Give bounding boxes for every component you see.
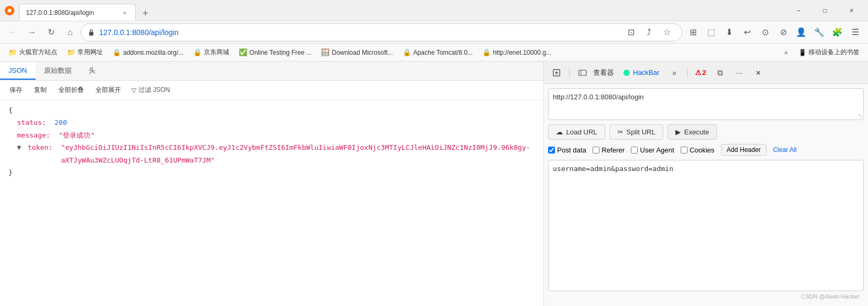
separator <box>569 67 570 78</box>
folder-icon: 📁 <box>67 48 75 56</box>
bookmark-label: Online Testing Free ... <box>249 49 311 56</box>
user-agent-checkbox[interactable] <box>631 147 638 154</box>
back-button[interactable]: ← <box>4 24 21 41</box>
load-url-button[interactable]: ☁ Load URL <box>548 124 605 140</box>
octo-icon[interactable]: ⊙ <box>757 24 774 41</box>
close-devtools-button[interactable]: × <box>750 64 767 81</box>
title-bar: 127.0.0.1:8080/api/login × + − □ × <box>0 0 868 21</box>
globe-icon: 🔒 <box>193 48 202 56</box>
reader-view-icon[interactable]: ⊡ <box>622 24 639 41</box>
json-message-row: message: "登录成功" <box>8 129 535 141</box>
bookmark-enet[interactable]: 🔒 http://enet.10000.g... <box>478 46 555 58</box>
resize-handle[interactable]: ⤡ <box>858 113 862 118</box>
minimize-button[interactable]: − <box>786 2 811 19</box>
bookmark-microsoft[interactable]: 🪟 Download Microsoft... <box>317 46 397 58</box>
error-badge[interactable]: ⚠ 2 <box>692 67 709 78</box>
collapse-all-button[interactable]: 全部折叠 <box>53 83 89 97</box>
bookmark-jd[interactable]: 🔒 京东商城 <box>189 46 233 59</box>
bookmarks-more-button[interactable]: » <box>781 47 791 58</box>
filter-label: 过滤 JSON <box>138 86 170 95</box>
bookmark-label: 常用网址 <box>77 48 103 57</box>
bookmark-addons[interactable]: 🔒 addons.mozilla.org/... <box>108 46 188 58</box>
address-input[interactable] <box>99 28 618 37</box>
windows-icon: 🪟 <box>321 48 329 56</box>
post-data-textarea[interactable]: username=admin&password=admin <box>548 160 864 291</box>
cookies-checkbox[interactable] <box>681 147 688 154</box>
more-options-button[interactable]: ··· <box>731 64 748 81</box>
address-bar-icons: ⊡ ⤴ ☆ <box>622 24 675 41</box>
home-button[interactable]: ⌂ <box>62 24 79 41</box>
extensions-icon[interactable]: ⬇ <box>721 24 737 41</box>
error-count: 2 <box>702 69 706 76</box>
bookmark-common[interactable]: 📁 常用网址 <box>63 46 107 59</box>
cookies-label: Cookies <box>690 146 715 154</box>
tab-json[interactable]: JSON <box>0 62 36 80</box>
bookmark-label: http://enet.10000.g... <box>493 49 551 56</box>
json-brace-open: { <box>8 104 535 116</box>
filter-area[interactable]: ▽ 过滤 JSON <box>127 84 174 96</box>
tab-headers[interactable]: 头 <box>80 62 104 81</box>
globe-icon: 🔒 <box>403 48 411 56</box>
address-bar[interactable]: ⊡ ⤴ ☆ <box>81 23 682 41</box>
screenshot-icon[interactable]: ⬚ <box>702 24 719 41</box>
undo-icon[interactable]: ↩ <box>739 24 756 41</box>
json-content: { status: 200 message: "登录成功" ▼ token: <box>0 100 543 306</box>
maximize-button[interactable]: □ <box>813 2 837 19</box>
user-agent-option[interactable]: User Agent <box>631 146 674 154</box>
bookmark-label: 京东商城 <box>204 48 229 57</box>
cursor-tool-button[interactable] <box>548 64 565 81</box>
addons-icon[interactable]: 🧩 <box>829 24 846 41</box>
status-value: 200 <box>55 116 67 129</box>
cursor-icon <box>552 69 561 77</box>
referer-checkbox[interactable] <box>593 147 600 154</box>
execute-button[interactable]: ▶ Execute <box>667 124 717 140</box>
token-value: "eyJhbGciOiJIUzI1NiIsInR5cCI6IkpXVCJ9.ey… <box>61 141 530 166</box>
save-button[interactable]: 保存 <box>4 83 28 97</box>
folder-icon: 📁 <box>8 48 17 56</box>
chevron-right-button[interactable]: » <box>666 64 683 81</box>
post-data-option[interactable]: Post data <box>548 146 586 154</box>
reload-button[interactable]: ↻ <box>42 24 59 41</box>
error-icon: ⚠ <box>695 69 701 76</box>
bookmark-label: Apache Tomcat/8.0... <box>413 49 473 56</box>
bookmark-star-icon[interactable]: ☆ <box>658 24 675 41</box>
referer-option[interactable]: Referer <box>593 146 624 154</box>
share-icon[interactable]: ⤴ <box>640 24 657 41</box>
close-button[interactable]: × <box>839 2 864 19</box>
bookmark-tomcat[interactable]: 🔒 Apache Tomcat/8.0... <box>398 46 478 58</box>
check-icon: ✅ <box>239 48 247 56</box>
add-header-button[interactable]: Add Header <box>721 144 767 156</box>
expand-all-button[interactable]: 全部展开 <box>90 83 126 97</box>
json-tabs: JSON 原始数据 头 <box>0 62 543 81</box>
inspector-label[interactable]: 查看器 <box>593 68 614 78</box>
post-data-checkbox[interactable] <box>548 147 555 154</box>
json-toolbar: 保存 复制 全部折叠 全部展开 ▽ 过滤 JSON <box>0 81 543 100</box>
cookies-option[interactable]: Cookies <box>681 146 715 154</box>
nav-right-icons: ⊞ ⬚ ⬇ ↩ ⊙ ⊘ 👤 🔧 🧩 ☰ <box>684 24 864 41</box>
hackbar-panel: 查看器 HackBar » ⚠ 2 ⧉ ··· × <box>544 62 868 306</box>
mobile-bookmarks[interactable]: 📱 移动设备上的书签 <box>794 46 864 59</box>
hackbar-nav-icon[interactable]: 🔧 <box>811 24 828 41</box>
url-display[interactable]: http://127.0.0.1:8080/api/login <box>553 93 859 101</box>
post-data-value: username=admin&password=admin <box>553 165 673 173</box>
synced-tabs-icon[interactable]: ⊞ <box>684 24 701 41</box>
split-view-button[interactable]: ⧉ <box>711 64 728 81</box>
inspector-icon-button[interactable] <box>574 64 591 81</box>
copy-button[interactable]: 复制 <box>29 83 52 97</box>
block-icon[interactable]: ⊘ <box>775 24 792 41</box>
hackbar-tab[interactable]: HackBar <box>618 67 664 78</box>
active-tab[interactable]: 127.0.0.1:8080/api/login × <box>19 4 136 21</box>
json-token-row: ▼ token: "eyJhbGciOiJIUzI1NiIsInR5cCI6Ik… <box>8 141 535 166</box>
new-tab-button[interactable]: + <box>138 6 153 21</box>
main-area: JSON 原始数据 头 保存 复制 全部折叠 全部展开 ▽ 过滤 JSON { <box>0 62 868 306</box>
profile-icon[interactable]: 👤 <box>793 24 810 41</box>
tab-raw[interactable]: 原始数据 <box>36 62 80 81</box>
split-url-button[interactable]: ✂ Split URL <box>610 124 664 140</box>
menu-icon[interactable]: ☰ <box>847 24 864 41</box>
clear-all-button[interactable]: Clear All <box>773 146 797 154</box>
bookmark-online-testing[interactable]: ✅ Online Testing Free ... <box>235 46 316 58</box>
tab-close-button[interactable]: × <box>120 8 129 17</box>
expand-icon[interactable]: ▼ <box>17 141 25 154</box>
bookmark-firefox[interactable]: 📁 火狐官方站点 <box>4 46 62 59</box>
forward-button[interactable]: → <box>23 24 40 41</box>
